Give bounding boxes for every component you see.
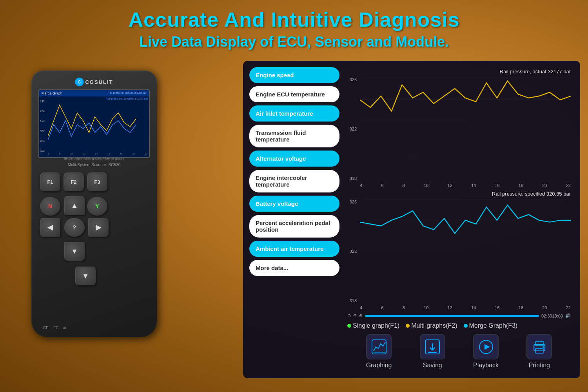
brand-logo: C xyxy=(75,78,83,86)
chart1-x-labels: 46810121416182022 xyxy=(360,183,571,188)
brand-name: CGSULIT xyxy=(85,79,113,85)
certifications: CE FC ⊗ xyxy=(43,326,66,330)
sub-title: Live Data Display of ECU, Sensor and Mod… xyxy=(0,34,588,50)
sensor-item-more[interactable]: More data... xyxy=(249,260,339,276)
chart2-container: Rail pressure, specified 320.85 bar 326 … xyxy=(344,189,574,310)
pause-icon[interactable]: ⊕ xyxy=(353,313,357,318)
saving-button[interactable]: Saving xyxy=(420,334,445,369)
saving-icon xyxy=(420,334,445,359)
printing-button[interactable]: Printing xyxy=(526,334,552,369)
timestamp: 02:3013:00 xyxy=(541,314,563,318)
legend-dot-multi xyxy=(406,324,410,328)
volume-icon[interactable]: 🔊 xyxy=(565,313,571,318)
svg-marker-10 xyxy=(485,344,490,350)
action-buttons-row: Graphing Saving xyxy=(344,332,574,372)
screen-svg xyxy=(48,97,147,149)
chart1-y-labels: 326 322 318 xyxy=(344,77,358,181)
model-name: Multi-System Scanner xyxy=(68,163,106,167)
legend-label-merge: Merge Graph(F3) xyxy=(469,322,518,329)
legend-single: Single graph(F1) xyxy=(347,322,399,329)
f3-button[interactable]: F3 xyxy=(87,172,107,191)
nav-center[interactable]: ? xyxy=(64,218,85,237)
screen-modes: Single graph(I|Multi-graphs(F|Merge grap… xyxy=(34,157,154,160)
main-title: Accurate And Intuitive Diagnosis xyxy=(0,8,588,31)
saving-label: Saving xyxy=(423,362,442,369)
legend-multi: Multi-graphs(F2) xyxy=(406,322,457,329)
other-cert: ⊗ xyxy=(63,326,66,330)
screen-graph: Rail pressure, specified 602.56 bar 7427… xyxy=(39,96,149,156)
sensor-item-accel[interactable]: Percent acceleration pedal position xyxy=(249,215,339,238)
graphing-button[interactable]: Graphing xyxy=(366,334,392,369)
legend-dot-single xyxy=(347,324,351,328)
graphing-label: Graphing xyxy=(366,362,392,369)
fc-cert: FC xyxy=(53,326,58,330)
legend-label-multi: Multi-graphs(F2) xyxy=(411,322,457,329)
chart1-title: Rail pressure, actuat 32177 bar xyxy=(500,69,571,74)
f1-button[interactable]: F1 xyxy=(40,172,60,191)
chart1-svg xyxy=(360,77,571,122)
screen-header: Merge Graph Rail pressure, actuat 563.68… xyxy=(39,90,149,96)
header: Accurate And Intuitive Diagnosis Live Da… xyxy=(0,8,588,50)
screen-y-labels: 742734513527284320 xyxy=(40,96,45,156)
svg-point-14 xyxy=(543,346,544,348)
screen-title: Merge Graph xyxy=(42,91,62,95)
brand-area: C CGSULIT xyxy=(75,78,113,86)
legend-dot-merge xyxy=(464,324,468,328)
playback-bar: ⊙ ⊕ ⊗ 02:3013:00 🔊 xyxy=(344,312,574,320)
screen-legend1: Rail pressure, actuat 563.68 bar xyxy=(107,91,147,95)
f-buttons-row: F1 F2 F3 xyxy=(40,172,107,191)
sensor-item-trans-fluid[interactable]: Transmssion fluid temperature xyxy=(249,125,339,147)
stop-icon[interactable]: ⊗ xyxy=(359,313,363,318)
sensor-item-ecu-temp[interactable]: Engine ECU temperature xyxy=(249,86,339,102)
nav-down[interactable]: ▼ xyxy=(64,242,85,261)
graphing-icon xyxy=(366,334,392,359)
legend-label-single: Single graph(F1) xyxy=(353,322,399,329)
sensor-list: Engine speed Engine ECU temperature Air … xyxy=(249,67,339,372)
sensor-item-engine-speed[interactable]: Engine speed xyxy=(249,67,339,83)
printing-icon xyxy=(526,334,552,359)
printing-label: Printing xyxy=(529,362,550,369)
playback-icon xyxy=(473,334,499,359)
nav-right[interactable]: ▶ xyxy=(88,218,109,237)
model-code: SC530 xyxy=(109,163,121,167)
chart2-y-labels: 326 322 318 xyxy=(344,200,358,303)
playback-label: Playback xyxy=(473,362,499,369)
nav-left[interactable]: ◀ xyxy=(40,218,60,237)
legend-row: Single graph(F1) Multi-graphs(F2) Merge … xyxy=(344,321,574,330)
playback-button[interactable]: Playback xyxy=(473,334,499,369)
sensor-item-alternator[interactable]: Alternator voltage xyxy=(249,151,339,167)
sensor-item-battery[interactable]: Battery voltage xyxy=(249,196,339,212)
device-screen: Merge Graph Rail pressure, actuat 563.68… xyxy=(38,89,150,158)
screen-x-labels: 6810121416182022 xyxy=(48,152,147,155)
chart2-title: Rail pressure, specified 320.85 bar xyxy=(492,191,571,197)
legend-merge: Merge Graph(F3) xyxy=(464,322,518,329)
play-icon[interactable]: ⊙ xyxy=(347,313,351,318)
sensor-item-air-inlet[interactable]: Air inlet temperature xyxy=(249,105,339,122)
chart2-svg xyxy=(360,200,571,245)
device: C CGSULIT Merge Graph Rail pressure, act… xyxy=(12,59,176,365)
extra-down-button[interactable]: ▼ xyxy=(75,267,96,285)
sensor-item-ambient[interactable]: Ambient air temperature xyxy=(249,241,339,257)
main-panel: Engine speed Engine ECU temperature Air … xyxy=(243,61,580,378)
nav-up[interactable]: ▲ xyxy=(64,196,85,215)
chart1-container: Rail pressure, actuat 32177 bar 326 322 … xyxy=(344,67,574,188)
ce-cert: CE xyxy=(43,326,49,330)
sensor-item-intercooler[interactable]: Engine intercooler temperature xyxy=(249,170,339,192)
model-area: Multi-System Scanner SC530 xyxy=(68,163,120,167)
progress-track[interactable] xyxy=(365,315,539,317)
chart2-x-labels: 46810121416182022 xyxy=(360,305,571,310)
device-body: C CGSULIT Merge Graph Rail pressure, act… xyxy=(31,71,157,337)
f2-button[interactable]: F2 xyxy=(64,172,84,191)
nav-cluster: ▲ ◀ ? ▶ ▼ xyxy=(40,196,109,261)
